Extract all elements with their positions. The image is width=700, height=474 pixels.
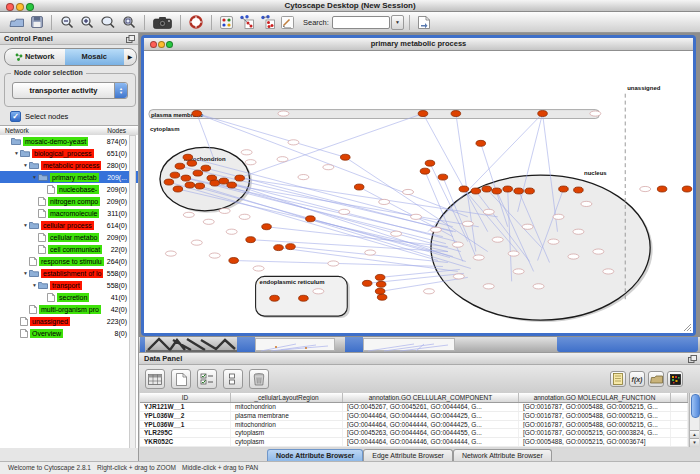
graph-node-outline[interactable]	[533, 284, 544, 289]
tree-item-label[interactable]: cellular process	[41, 221, 94, 230]
column-header[interactable]: annotation.GO CELLULAR_COMPONENT	[343, 393, 519, 402]
graph-node-outline[interactable]	[241, 150, 252, 155]
network-canvas[interactable]: plasma membranecytoplasmmitochondrionnuc…	[144, 51, 693, 333]
graph-node-outline[interactable]	[328, 261, 339, 266]
graph-node[interactable]	[229, 258, 239, 264]
graph-node[interactable]	[418, 111, 428, 117]
graph-node-outline[interactable]	[548, 239, 559, 244]
tree-row[interactable]: cell communicat22(0)	[0, 243, 138, 255]
graph-node-outline[interactable]	[203, 219, 214, 224]
graph-node[interactable]	[175, 163, 185, 169]
graph-node[interactable]	[183, 154, 193, 160]
function-builder-button[interactable]: f(x)	[629, 371, 645, 387]
graph-node-outline[interactable]	[379, 199, 390, 204]
graph-node-outline[interactable]	[313, 289, 324, 294]
zoom-selected-button[interactable]	[122, 14, 136, 31]
graph-node[interactable]	[340, 154, 350, 160]
expander-triangle-icon[interactable]: ▼	[22, 270, 29, 276]
help-button[interactable]	[189, 14, 203, 31]
graph-node-outline[interactable]	[403, 189, 414, 194]
graph-node[interactable]	[438, 174, 448, 180]
graph-node[interactable]	[375, 288, 385, 294]
table-cell[interactable]: YKR052C	[140, 438, 231, 446]
expander-triangle-icon[interactable]: ▼	[22, 222, 29, 228]
table-row[interactable]: YKR052Ccytoplasm[GO:0044464, GO:0044446,…	[140, 438, 688, 447]
tree-row[interactable]: ▼biological_process651(0)	[0, 147, 138, 159]
tree-item-label[interactable]: metabolic process	[41, 161, 101, 170]
graph-node[interactable]	[227, 182, 237, 188]
table-row[interactable]: YPL036W__2plasma membrane[GO:0044464, GO…	[140, 412, 688, 421]
tree-item-label[interactable]: biological_process	[32, 149, 94, 158]
tree-item-label[interactable]: multi-organism pro	[39, 305, 101, 314]
vizmapper-button[interactable]	[220, 14, 233, 31]
expander-triangle-icon[interactable]: ▼	[13, 150, 20, 156]
graph-node-outline[interactable]	[553, 214, 564, 219]
graph-node-outline[interactable]	[191, 240, 202, 245]
graph-node-outline[interactable]	[288, 140, 299, 145]
graph-node[interactable]	[187, 160, 197, 166]
graph-node[interactable]	[193, 170, 203, 176]
tree-item-label[interactable]: cellular metabo	[48, 233, 99, 242]
graph-node-outline[interactable]	[453, 274, 464, 279]
graph-node-outline[interactable]	[391, 231, 402, 236]
zoom-fit-button[interactable]	[100, 14, 116, 31]
graph-node-outline[interactable]	[253, 266, 264, 271]
tree-row[interactable]: response to stimulu264(0)	[0, 255, 138, 267]
scroll-down-button[interactable]: ▼	[690, 438, 699, 447]
graph-node-outline[interactable]	[278, 111, 289, 116]
table-cell[interactable]: [GO:0005488, GO:0005215, GO:0003674]	[519, 438, 671, 446]
graph-node-outline[interactable]	[483, 284, 494, 289]
graph-node[interactable]	[425, 160, 435, 166]
graph-node-outline[interactable]	[298, 175, 309, 180]
graph-node-outline[interactable]	[452, 242, 463, 247]
graph-node[interactable]	[286, 244, 296, 250]
table-cell[interactable]: YPL036W__2	[140, 412, 231, 420]
open-session-button[interactable]	[9, 14, 25, 31]
annotation-button[interactable]	[281, 14, 294, 31]
tree-item-label[interactable]: Overview	[30, 329, 63, 338]
graph-node[interactable]	[574, 187, 584, 193]
tree-scrollbar[interactable]	[129, 135, 136, 455]
app-titlebar[interactable]: Cytoscape Desktop (New Session)	[0, 0, 700, 12]
tree-row[interactable]: unassigned223(0)	[0, 315, 138, 327]
node-color-dropdown[interactable]: transporter activity ▲▼	[12, 82, 128, 99]
expander-triangle-icon[interactable]: ▼	[22, 162, 29, 168]
graph-node-outline[interactable]	[245, 160, 256, 165]
tree-item-label[interactable]: transport	[50, 281, 82, 290]
snapshot-button[interactable]	[153, 14, 172, 31]
graph-node[interactable]	[185, 182, 195, 188]
graph-node[interactable]	[376, 281, 386, 287]
network-window-titlebar[interactable]: primary metabolic process	[144, 38, 693, 51]
graph-node-outline[interactable]	[508, 251, 519, 256]
graph-node-outline[interactable]	[568, 254, 579, 259]
tab-mosaic[interactable]: Mosaic	[65, 49, 125, 65]
graph-node-outline[interactable]	[339, 209, 350, 214]
table-cell[interactable]: [GO:0016787, GO:0005488, GO:0005215, G..…	[519, 421, 671, 429]
table-cell[interactable]: [GO:0045267, GO:0045261, GO:0044464, G..…	[343, 403, 519, 411]
tab-overflow-arrow[interactable]: ▶	[124, 49, 136, 65]
table-cell[interactable]: YPL036W__1	[140, 421, 231, 429]
table-cell[interactable]: YLR295C	[140, 429, 231, 437]
graph-node-outline[interactable]	[323, 165, 334, 170]
expander-triangle-icon[interactable]: ▼	[31, 282, 38, 288]
table-cell[interactable]: YJR121W__1	[140, 403, 231, 411]
tree-row[interactable]: multi-organism pro42(0)	[0, 303, 138, 315]
graph-node[interactable]	[246, 237, 256, 243]
tree-row[interactable]: macromolecule311(0)	[0, 207, 138, 219]
graph-node[interactable]	[262, 224, 272, 230]
tree-header-network[interactable]: Network	[5, 126, 29, 135]
graph-node[interactable]	[492, 188, 502, 194]
graph-node[interactable]	[210, 180, 220, 186]
table-cell[interactable]: [GO:0016787, GO:0005488, GO:0005215, G..…	[519, 412, 671, 420]
tree-item-label[interactable]: nucleobase-	[57, 185, 99, 194]
float-panel-icon[interactable]	[688, 355, 697, 363]
graph-node[interactable]	[362, 280, 372, 286]
graph-node-outline[interactable]	[492, 237, 503, 242]
table-cell[interactable]: [GO:0045263, GO:0044464, GO:0044455, G..…	[343, 429, 519, 437]
tree-item-label[interactable]: unassigned	[30, 317, 70, 326]
graph-node-outline[interactable]	[226, 229, 237, 234]
graph-node-outline[interactable]	[462, 221, 473, 226]
scrollbar-thumb[interactable]	[691, 394, 700, 418]
tab-node-attribute-browser[interactable]: Node Attribute Browser	[267, 449, 363, 461]
layout-button-b[interactable]	[260, 14, 275, 31]
